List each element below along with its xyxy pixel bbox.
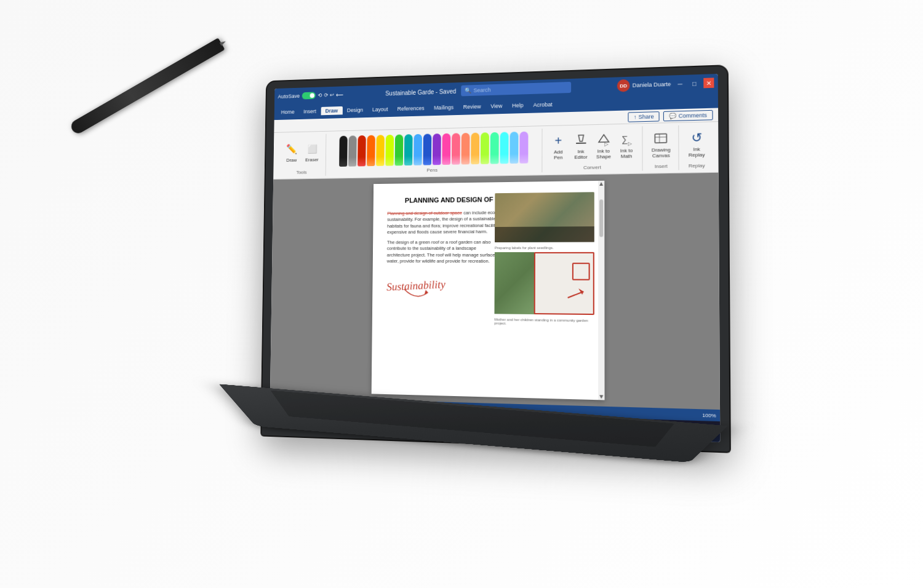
tab-help[interactable]: Help	[507, 101, 528, 110]
ink-editor-button[interactable]: InkEditor	[571, 131, 591, 161]
tab-draw[interactable]: Draw	[321, 106, 342, 115]
ribbon-group-replay: ↺ InkReplay Replay	[680, 124, 713, 170]
add-pen-button[interactable]: + AddPen	[548, 132, 568, 162]
ink-to-shape-icon: ▷	[596, 132, 612, 148]
pen-orange[interactable]	[367, 135, 375, 167]
pen-lavender[interactable]	[520, 132, 529, 164]
scrollbar[interactable]: ▲ ▼	[598, 181, 605, 400]
ribbon-group-pens: Pens	[327, 129, 542, 176]
comments-button[interactable]: 💬 Comments	[663, 109, 713, 121]
search-box[interactable]: 🔍 Search	[461, 82, 571, 96]
pen-blue[interactable]	[423, 133, 432, 165]
ink-to-shape-button[interactable]: ▷ Ink toShape	[593, 130, 613, 161]
insert-items: DrawingCanvas	[649, 127, 673, 162]
comments-label: Comments	[679, 112, 707, 119]
eraser-button[interactable]: ⬜ Eraser	[303, 140, 321, 164]
tab-design[interactable]: Design	[342, 106, 367, 115]
ribbon-group-tools: ✏️ Draw ⬜ Eraser Tools	[278, 134, 327, 177]
pen-lime[interactable]	[481, 132, 489, 164]
pen-gold[interactable]	[471, 133, 479, 165]
tab-insert[interactable]: Insert	[299, 107, 321, 116]
laptop: AutoSave ⟲ ⟳ ↩ ⟵ Sustainable Garde - Sav…	[185, 54, 738, 534]
tab-acrobat[interactable]: Acrobat	[529, 100, 557, 109]
share-button[interactable]: ↑ Share	[628, 111, 660, 122]
search-icon: 🔍	[465, 87, 471, 93]
eraser-label: Eraser	[305, 157, 319, 162]
pen-gray[interactable]	[348, 135, 357, 166]
pen-pink[interactable]	[442, 133, 451, 165]
drawing-canvas-label: DrawingCanvas	[652, 147, 671, 159]
pen-sky[interactable]	[510, 132, 519, 164]
pen-yellow-green[interactable]	[386, 135, 394, 166]
pen-black[interactable]	[339, 136, 348, 167]
ink-replay-label: InkReplay	[689, 146, 705, 158]
svg-marker-1	[578, 135, 583, 141]
drawing-canvas-icon	[653, 130, 669, 146]
zoom-level: 100%	[702, 412, 716, 418]
scroll-thumb[interactable]	[599, 199, 603, 237]
document-images: Preparing labels for plant seedlings.	[494, 192, 594, 326]
ink-editor-icon	[573, 132, 589, 148]
pens-group-label: Pens	[426, 167, 438, 173]
image-garden	[494, 252, 594, 315]
tab-references[interactable]: References	[393, 104, 429, 113]
pen-light-blue[interactable]	[414, 134, 422, 165]
pen-red[interactable]	[358, 135, 366, 166]
screen-inner: AutoSave ⟲ ⟳ ↩ ⟵ Sustainable Garde - Sav…	[270, 74, 720, 442]
tab-review[interactable]: Review	[458, 102, 486, 111]
ink-editor-label: InkEditor	[574, 149, 587, 161]
document-page: Preparing labels for plant seedlings.	[372, 181, 605, 400]
ink-to-math-button[interactable]: ∑▷ Ink toMath	[616, 130, 636, 161]
tab-home[interactable]: Home	[276, 108, 299, 116]
draw-tool-button[interactable]: ✏️ Draw	[282, 141, 301, 164]
ink-to-math-icon: ∑▷	[619, 132, 634, 147]
drawing-canvas-button[interactable]: DrawingCanvas	[649, 129, 673, 160]
document-area: Preparing labels for plant seedlings.	[270, 173, 720, 410]
draw-label: Draw	[286, 157, 297, 163]
tab-view[interactable]: View	[485, 101, 507, 111]
avatar: DD	[617, 79, 630, 92]
close-button[interactable]: ✕	[703, 77, 714, 88]
convert-items: + AddPen InkEditor	[548, 127, 637, 164]
draw-icon: ✏️	[285, 142, 298, 156]
pen-peach[interactable]	[461, 133, 470, 165]
pens-items	[339, 130, 528, 168]
user-name: Daniela Duarte	[633, 81, 671, 89]
tools-items: ✏️ Draw ⬜ Eraser	[282, 135, 321, 169]
insert-group-label: Insert	[655, 164, 668, 170]
image-seedlings-caption: Preparing labels for plant seedlings.	[495, 246, 594, 250]
svg-text:▷: ▷	[604, 141, 609, 148]
svg-text:▷: ▷	[628, 141, 633, 147]
minimize-button[interactable]: ─	[675, 79, 685, 89]
pen-mint[interactable]	[490, 132, 499, 164]
ink-replay-icon: ↺	[689, 130, 705, 145]
pen-green[interactable]	[395, 135, 404, 166]
replay-items: ↺ InkReplay	[685, 126, 707, 162]
handwriting-section: Sustainability	[386, 268, 496, 300]
ribbon-group-insert: DrawingCanvas Insert	[644, 125, 679, 171]
ink-to-shape-label: Ink toShape	[596, 148, 611, 160]
windows-ui: AutoSave ⟲ ⟳ ↩ ⟵ Sustainable Garde - Sav…	[270, 74, 720, 442]
ink-replay-button[interactable]: ↺ InkReplay	[685, 129, 707, 159]
scene: AutoSave ⟲ ⟳ ↩ ⟵ Sustainable Garde - Sav…	[0, 0, 923, 588]
eraser-icon: ⬜	[305, 141, 319, 156]
svg-text:∑: ∑	[621, 135, 628, 145]
pen-purple[interactable]	[433, 133, 441, 165]
ribbon-group-convert: + AddPen InkEditor	[543, 126, 642, 172]
tab-layout[interactable]: Layout	[368, 105, 393, 114]
tools-group-label: Tools	[296, 170, 306, 175]
tab-mailings[interactable]: Mailings	[429, 103, 458, 112]
add-pen-label: AddPen	[554, 149, 562, 160]
user-info: DD Daniela Duarte	[617, 78, 671, 92]
status-bar-right: 100%	[702, 412, 716, 418]
pen-yellow[interactable]	[376, 135, 385, 166]
handwriting-arrow	[398, 286, 434, 304]
body-text-2: The design of a green roof or a roof gar…	[387, 239, 497, 265]
strikethrough-text: Planning and design of outdoor space	[387, 210, 462, 216]
pen-hot-pink[interactable]	[452, 133, 460, 164]
restore-button[interactable]: □	[689, 78, 700, 89]
autosave-toggle[interactable]	[302, 92, 316, 99]
pen-cyan[interactable]	[500, 132, 509, 164]
pen-teal[interactable]	[404, 134, 413, 165]
share-icon: ↑	[634, 114, 637, 120]
